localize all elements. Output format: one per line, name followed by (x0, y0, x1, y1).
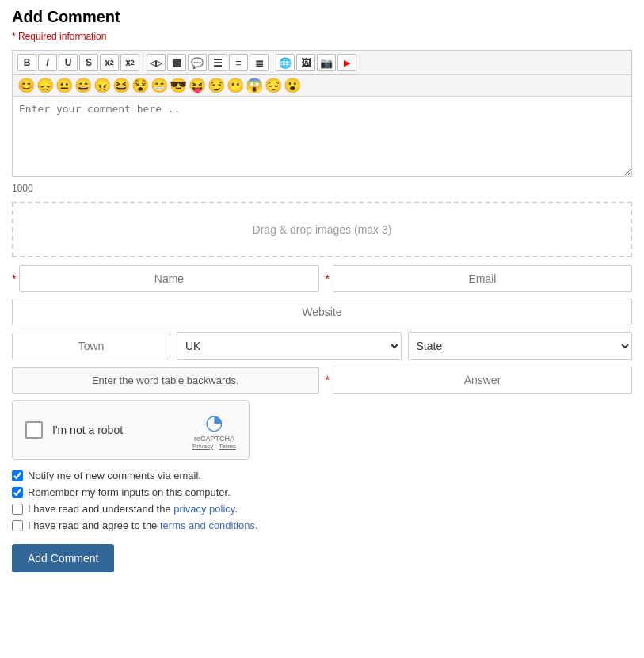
email-field-wrapper: * (326, 265, 633, 292)
code-button[interactable]: ⬛ (167, 54, 186, 71)
captcha-label: I'm not a robot (52, 424, 183, 436)
emoji-scared[interactable]: 😱 (246, 78, 263, 93)
ul-button[interactable]: ≡ (229, 54, 248, 71)
emoji-cool[interactable]: 😎 (170, 78, 187, 93)
state-field-wrapper: State (408, 332, 633, 360)
blockquote-button[interactable]: ◁▷ (147, 54, 166, 71)
privacy-link[interactable]: Privacy (192, 443, 213, 450)
captcha-logo: ◔ reCAPTCHA Privacy - Terms (192, 410, 236, 450)
privacy-policy-link[interactable]: privacy policy (173, 503, 234, 515)
captcha-links: Privacy - Terms (192, 443, 236, 450)
recaptcha-icon: ◔ (205, 410, 223, 434)
emoji-laugh[interactable]: 😆 (112, 78, 130, 93)
website-input[interactable] (12, 299, 632, 325)
drop-zone[interactable]: Drag & drop images (max 3) (12, 202, 632, 257)
answer-input[interactable] (333, 367, 632, 394)
privacy-label: I have read and understand the privacy p… (28, 503, 238, 515)
emoji-angry[interactable]: 😠 (93, 78, 111, 93)
notify-checkbox[interactable] (12, 470, 23, 481)
emoji-smile[interactable]: 😊 (17, 78, 35, 93)
emoji-surprised[interactable]: 😮 (284, 78, 301, 93)
dropzone-label: Drag & drop images (max 3) (253, 223, 392, 236)
link-button[interactable]: 🌐 (276, 54, 295, 71)
country-select[interactable]: UK US CA AU (177, 332, 402, 360)
email-required-star: * (326, 272, 330, 285)
email-input[interactable] (333, 265, 632, 292)
emoji-grin[interactable]: 😄 (74, 78, 92, 93)
separator-2 (272, 55, 272, 70)
country-field-wrapper: UK US CA AU (177, 332, 402, 360)
photo-button[interactable]: 📷 (317, 54, 336, 71)
emoji-tongue[interactable]: 😝 (189, 78, 206, 93)
speech-button[interactable]: 💬 (188, 54, 207, 71)
comment-textarea[interactable] (13, 97, 631, 176)
underline-button[interactable]: U (59, 54, 78, 71)
captcha-box: I'm not a robot ◔ reCAPTCHA Privacy - Te… (12, 400, 250, 460)
emoji-smirk[interactable]: 😏 (208, 78, 225, 93)
challenge-field-wrapper: Enter the word table backwards. (12, 367, 319, 394)
toolbar: B I U S x2 x2 ◁▷ ⬛ 💬 ☰ ≡ ≣ 🌐 🖼 📷 ▶ (13, 51, 631, 75)
name-required-star: * (12, 272, 16, 285)
notify-row: Notify me of new comments via email. (12, 470, 632, 481)
notify-label: Notify me of new comments via email. (28, 470, 201, 481)
challenge-row: Enter the word table backwards. * (12, 367, 632, 394)
remember-row: Remember my form inputs on this computer… (12, 486, 632, 498)
terms-conditions-link[interactable]: terms and conditions (160, 519, 255, 531)
submit-button[interactable]: Add Comment (12, 544, 114, 572)
align-button[interactable]: ☰ (208, 54, 227, 71)
emoji-happy[interactable]: 😁 (151, 78, 168, 93)
captcha-checkbox[interactable] (25, 421, 43, 439)
ol-button[interactable]: ≣ (250, 54, 269, 71)
bold-button[interactable]: B (17, 54, 36, 71)
privacy-checkbox[interactable] (12, 504, 23, 515)
answer-required-star: * (326, 374, 330, 386)
answer-field-wrapper: * (326, 367, 633, 394)
name-input[interactable] (19, 265, 318, 292)
emoji-sad[interactable]: 😞 (36, 78, 54, 93)
youtube-button[interactable]: ▶ (337, 54, 356, 71)
superscript-button[interactable]: x2 (100, 54, 119, 71)
terms-checkbox[interactable] (12, 520, 23, 531)
town-field-wrapper (12, 332, 170, 360)
name-field-wrapper: * (12, 265, 319, 292)
terms-link[interactable]: Terms (219, 443, 236, 450)
recaptcha-text: reCAPTCHA (192, 435, 236, 443)
subscript-button[interactable]: x2 (120, 54, 139, 71)
editor-wrapper: B I U S x2 x2 ◁▷ ⬛ 💬 ☰ ≡ ≣ 🌐 🖼 📷 ▶ 😊 😞 😐… (12, 50, 632, 177)
remember-label: Remember my form inputs on this computer… (28, 486, 231, 498)
emoji-pensive[interactable]: 😔 (265, 78, 282, 93)
char-count: 1000 (12, 181, 632, 196)
image-button[interactable]: 🖼 (296, 54, 315, 71)
state-select[interactable]: State (408, 332, 633, 360)
remember-checkbox[interactable] (12, 487, 23, 498)
separator-1 (143, 55, 143, 70)
name-email-row: * * (12, 265, 632, 292)
italic-button[interactable]: I (38, 54, 57, 71)
town-input[interactable] (12, 333, 170, 359)
required-note: * Required information (12, 31, 632, 42)
privacy-row: I have read and understand the privacy p… (12, 503, 632, 515)
location-row: UK US CA AU State (12, 332, 632, 360)
word-challenge-label: Enter the word table backwards. (12, 367, 319, 394)
emoji-neutral[interactable]: 😐 (55, 78, 73, 93)
terms-row: I have read and agree to the terms and c… (12, 519, 632, 531)
website-row (12, 299, 632, 325)
strikethrough-button[interactable]: S (79, 54, 98, 71)
emoji-dizzy[interactable]: 😵 (131, 78, 149, 93)
page-title: Add Comment (12, 8, 632, 26)
terms-label: I have read and agree to the terms and c… (28, 519, 258, 531)
emoji-blank[interactable]: 😶 (227, 78, 244, 93)
emoji-toolbar: 😊 😞 😐 😄 😠 😆 😵 😁 😎 😝 😏 😶 😱 😔 😮 (13, 75, 631, 97)
